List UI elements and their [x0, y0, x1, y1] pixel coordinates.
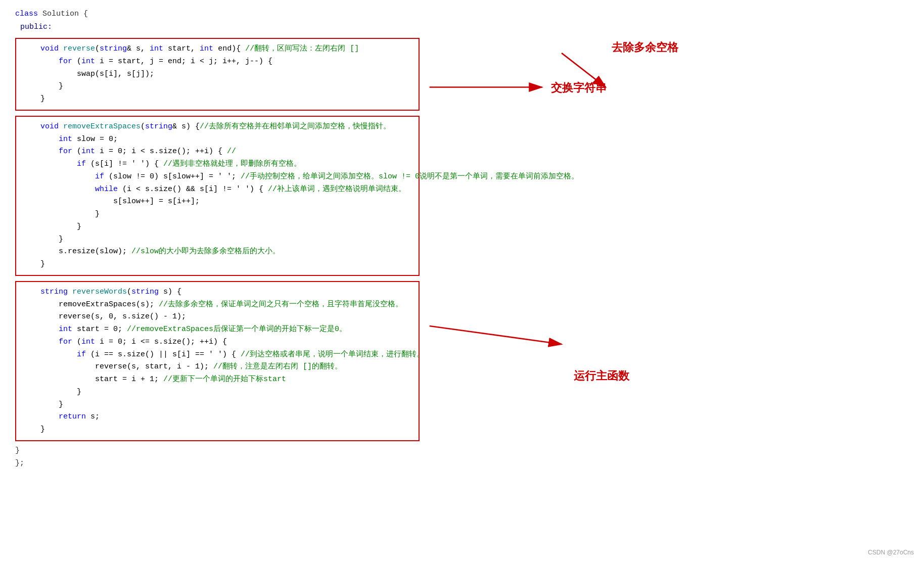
code-line: while (i < s.size() && s[i] != ' ') { //…	[22, 183, 412, 196]
code-line: for (int i = start, j = end; i < j; i++,…	[22, 56, 412, 68]
code-block-2: void removeExtraSpaces(string& s) {//去除所…	[15, 116, 420, 276]
code-line: return s;	[22, 411, 412, 424]
code-line: }	[22, 424, 412, 436]
annotation-label-3: 运行主函数	[574, 368, 629, 384]
code-line: reverse(s, start, i - 1); //翻转，注意是左闭右闭 […	[22, 361, 412, 373]
code-line: }	[22, 93, 412, 106]
code-section: void reverse(string& s, int start, int e…	[10, 35, 425, 490]
code-line: if (slow != 0) s[slow++] = ' '; //手动控制空格…	[22, 171, 412, 183]
arrow-3	[430, 326, 562, 344]
code-line: swap(s[i], s[j]);	[22, 68, 412, 81]
code-block-1: void reverse(string& s, int start, int e…	[15, 38, 420, 111]
code-line: s[slow++] = s[i++];	[22, 196, 412, 208]
watermark: CSDN @27oCns	[868, 549, 914, 556]
code-line: }	[22, 258, 412, 271]
code-line: }	[22, 80, 412, 93]
code-line: reverse(s, 0, s.size() - 1);	[22, 311, 412, 323]
code-line: }	[22, 221, 412, 233]
class-header: class Solution { public:	[10, 5, 914, 35]
code-line: s.resize(slow); //slow的大小即为去除多余空格后的大小。	[22, 246, 412, 258]
code-line: removeExtraSpaces(s); //去除多余空格，保证单词之间之只有…	[22, 299, 412, 311]
annotation-label-1: 交换字符串	[551, 80, 607, 96]
page-container: class Solution { public: void reverse(st…	[10, 5, 914, 490]
code-line: start = i + 1; //更新下一个单词的开始下标start	[22, 373, 412, 386]
code-line: for (int i = 0; i <= s.size(); ++i) {	[22, 336, 412, 349]
code-line: }	[22, 386, 412, 399]
keyword-class: class	[15, 10, 42, 18]
code-line: }	[22, 233, 412, 246]
code-line: void removeExtraSpaces(string& s) {//去除所…	[22, 121, 412, 133]
code-line: if (s[i] != ' ') { //遇到非空格就处理，即删除所有空格。	[22, 158, 412, 171]
annotation-label-2: 去除多余空格	[612, 40, 678, 55]
code-line: }	[22, 208, 412, 221]
class-name: Solution {	[42, 10, 88, 18]
code-block-3: string reverseWords(string s) { removeEx…	[15, 281, 420, 441]
code-line: for (int i = 0; i < s.size(); ++i) { //	[22, 146, 412, 158]
public-line: public:	[15, 20, 914, 34]
code-line: if (i == s.size() || s[i] == ' ') { //到达…	[22, 349, 412, 361]
code-line: int slow = 0;	[22, 133, 412, 146]
annotation-section: 交换字符串 去除多余空格 运行主函数	[425, 35, 914, 490]
code-line: void reverse(string& s, int start, int e…	[22, 43, 412, 56]
class-line: class Solution {	[15, 8, 914, 20]
keyword-public: public:	[20, 23, 52, 31]
closing-brace-2: };	[10, 457, 425, 470]
main-layout: void reverse(string& s, int start, int e…	[10, 35, 914, 490]
code-line: string reverseWords(string s) {	[22, 286, 412, 299]
code-line: }	[22, 399, 412, 411]
arrows-svg	[425, 35, 914, 490]
code-line: int start = 0; //removeExtraSpaces后保证第一个…	[22, 323, 412, 336]
closing-brace-1: }	[10, 444, 425, 457]
